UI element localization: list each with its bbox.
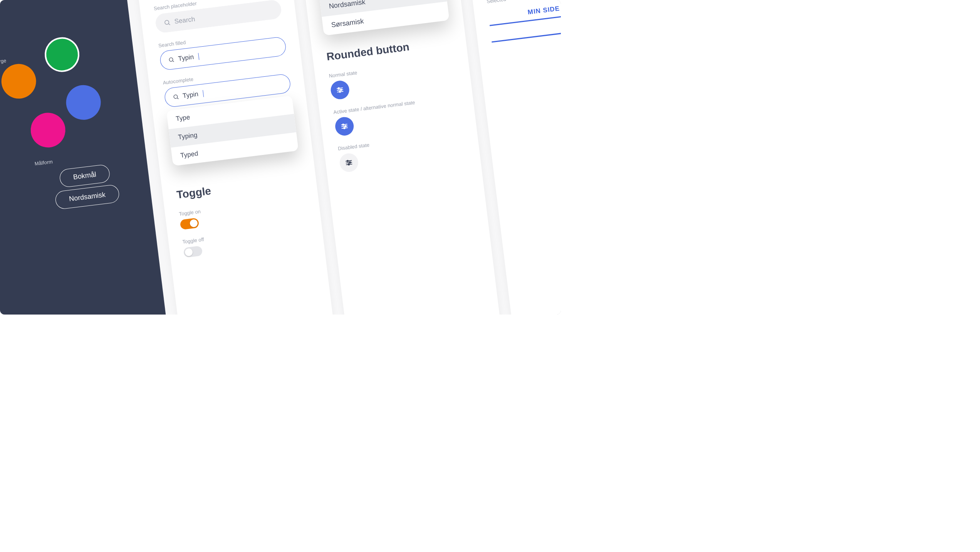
search-icon — [173, 93, 180, 100]
autocomplete-dropdown: Type Typing Typed — [166, 96, 299, 166]
svg-point-7 — [338, 88, 339, 89]
svg-point-23 — [348, 164, 349, 165]
caret-icon — [203, 90, 204, 97]
swatch-green[interactable] — [43, 35, 81, 74]
malform-section: Målform Bokmål Nordsamisk — [0, 149, 136, 218]
divider — [492, 28, 561, 42]
rounded-disabled-label: Disabled state — [337, 130, 463, 151]
swatch-orange[interactable] — [0, 62, 38, 101]
svg-point-9 — [340, 89, 342, 91]
svg-point-21 — [349, 162, 351, 163]
sliders-icon — [340, 121, 349, 131]
svg-line-3 — [173, 61, 174, 62]
svg-point-13 — [342, 124, 344, 125]
swatch-pink[interactable] — [29, 111, 67, 149]
rounded-active-label: Active state / alternative normal state — [333, 94, 459, 115]
toggle-on-label: Toggle on — [179, 196, 305, 217]
sliders-icon — [335, 85, 345, 95]
svg-line-1 — [169, 24, 170, 25]
toggle-off[interactable] — [183, 246, 203, 258]
svg-point-19 — [347, 160, 348, 162]
search-icon — [163, 19, 171, 27]
rounded-button-disabled — [339, 152, 359, 173]
rounded-button-heading: Rounded button — [326, 35, 453, 63]
toggle-off-label: Toggle off — [182, 224, 308, 245]
search-placeholder-text: Search — [174, 15, 196, 25]
rounded-button-active[interactable] — [334, 116, 354, 136]
malform-option-bokmal[interactable]: Bokmål — [59, 164, 111, 188]
search-icon — [168, 56, 175, 63]
svg-point-2 — [169, 57, 173, 61]
color-swatches: Profilfarge — [0, 30, 129, 162]
malform-option-nordsamisk[interactable]: Nordsamisk — [55, 184, 120, 210]
sliders-icon — [344, 158, 354, 168]
search-filled-text: Typin — [178, 53, 194, 63]
svg-point-15 — [345, 125, 346, 127]
profile-color-label: Profilfarge — [0, 57, 7, 66]
svg-point-4 — [174, 95, 178, 99]
toggle-on[interactable] — [180, 218, 200, 230]
tab-selected[interactable]: MIN SIDE — [488, 0, 561, 26]
toggle-heading: Toggle — [176, 173, 303, 201]
rounded-button-normal[interactable] — [330, 80, 350, 100]
svg-line-5 — [177, 98, 178, 99]
rounded-normal-label: Normal state — [329, 58, 455, 79]
swatch-blue[interactable] — [64, 83, 102, 122]
svg-point-11 — [339, 91, 341, 93]
caret-icon — [198, 53, 200, 60]
autocomplete-text: Typin — [182, 90, 199, 100]
language-dropdown: Nynorsk English Lulesamisk Nordsamisk Sø… — [312, 0, 449, 35]
svg-point-17 — [344, 127, 345, 129]
svg-point-0 — [164, 20, 169, 25]
